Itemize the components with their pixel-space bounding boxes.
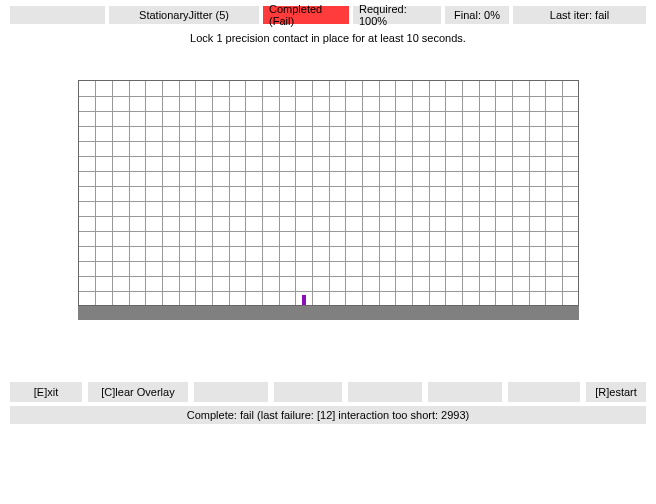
- status-line: Complete: fail (last failure: [12] inter…: [10, 406, 646, 424]
- grid-bottom-bar: [78, 306, 579, 320]
- blank-button-4[interactable]: [428, 382, 502, 402]
- chip-blank-1: [10, 6, 105, 24]
- blank-button-3[interactable]: [348, 382, 422, 402]
- chip-last-iter: Last iter: fail: [513, 6, 646, 24]
- blank-button-5[interactable]: [508, 382, 580, 402]
- exit-button[interactable]: [E]xit: [10, 382, 82, 402]
- top-status-row: StationaryJitter (5) Completed (Fail) Re…: [10, 6, 646, 24]
- blank-button-1[interactable]: [194, 382, 268, 402]
- instruction-text: Lock 1 precision contact in place for at…: [10, 32, 646, 44]
- chip-test-name: StationaryJitter (5): [109, 6, 259, 24]
- chip-final: Final: 0%: [445, 6, 509, 24]
- button-row: [E]xit [C]lear Overlay [R]estart: [10, 382, 646, 402]
- test-grid[interactable]: [78, 80, 579, 306]
- blank-button-2[interactable]: [274, 382, 342, 402]
- clear-overlay-button[interactable]: [C]lear Overlay: [88, 382, 188, 402]
- chip-required: Required: 100%: [353, 6, 441, 24]
- chip-status: Completed (Fail): [263, 6, 349, 24]
- contact-cursor: [302, 295, 306, 305]
- restart-button[interactable]: [R]estart: [586, 382, 646, 402]
